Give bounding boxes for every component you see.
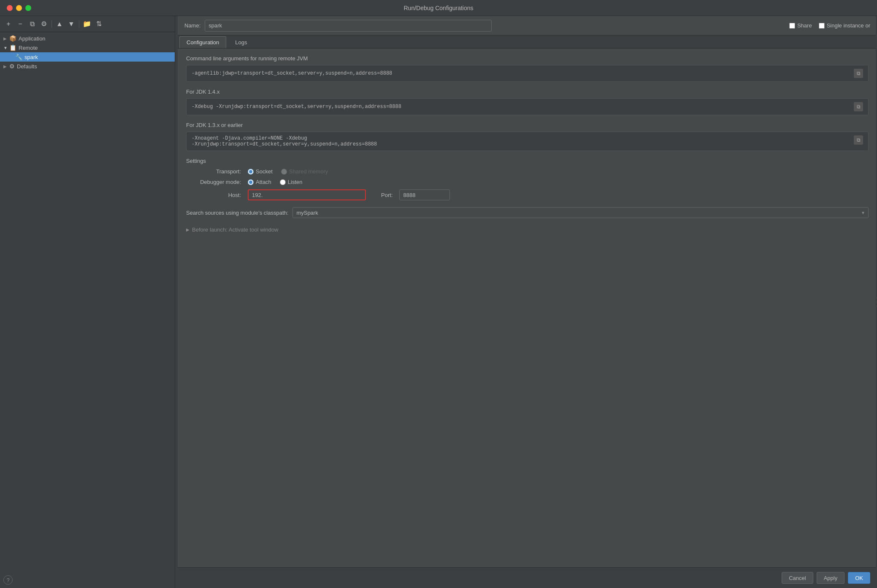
share-check[interactable]: Share (789, 22, 812, 29)
cmd-box-jdk14: -Xdebug -Xrunjdwp:transport=dt_socket,se… (186, 98, 869, 115)
tree-label-application: Application (19, 35, 46, 42)
tree-arrow-remote: ▼ (3, 46, 9, 50)
resizer[interactable] (175, 16, 178, 588)
debugger-attach-radio[interactable] (248, 179, 254, 185)
close-button[interactable] (7, 5, 13, 11)
host-label: Host: (186, 192, 241, 198)
before-launch-arrow-icon: ▶ (186, 227, 189, 232)
tree-label-defaults: Defaults (17, 63, 37, 70)
debugger-mode-row: Debugger mode: Attach Listen (186, 179, 869, 185)
cmd-copy-btn-jdk13[interactable]: ⧉ (854, 135, 863, 145)
tree-item-defaults[interactable]: ▶ ⚙ Defaults (0, 62, 175, 71)
header-options: Share Single instance or (789, 22, 870, 29)
before-launch[interactable]: ▶ Before launch: Activate tool window (186, 227, 869, 233)
folder-button[interactable]: 📁 (82, 19, 92, 29)
debugger-listen-label: Listen (288, 179, 303, 185)
add-button[interactable]: + (3, 19, 14, 29)
remote-icon: 📋 (9, 44, 16, 51)
cmd-text-jdk13: -Xnoagent -Djava.compiler=NONE -Xdebug -… (192, 135, 850, 147)
jdk13-label: For JDK 1.3.x or earlier (186, 122, 869, 128)
ok-button[interactable]: OK (848, 572, 870, 584)
config-content: Command line arguments for running remot… (178, 49, 877, 567)
single-instance-label: Single instance or (827, 22, 870, 29)
debugger-listen-radio[interactable] (280, 179, 286, 185)
debugger-attach-option[interactable]: Attach (248, 179, 271, 185)
settings-title: Settings (186, 158, 869, 164)
title-bar: Run/Debug Configurations (0, 0, 877, 16)
remove-button[interactable]: − (15, 19, 25, 29)
main-layout: + − ⧉ ⚙ ▲ ▼ 📁 ⇅ ▶ 📦 Application ▼ 📋 Remo… (0, 16, 877, 588)
separator (51, 20, 52, 28)
tabs: Configuration Logs (178, 35, 877, 49)
cmd-section-label: Command line arguments for running remot… (186, 55, 869, 62)
window-title: Run/Debug Configurations (404, 5, 474, 11)
tab-configuration[interactable]: Configuration (179, 36, 226, 48)
transport-socket-radio[interactable] (248, 169, 254, 175)
classpath-select-wrapper: mySpark ▼ (292, 207, 869, 218)
before-launch-label: Before launch: Activate tool window (192, 227, 279, 233)
transport-socket-label: Socket (256, 168, 273, 175)
cmd-text-main: -agentlib:jdwp=transport=dt_socket,serve… (192, 70, 850, 76)
transport-label: Transport: (186, 168, 241, 175)
tree: ▶ 📦 Application ▼ 📋 Remote 🔧 spark ▶ ⚙ (0, 32, 175, 572)
port-label: Port: (381, 192, 392, 198)
sidebar: + − ⧉ ⚙ ▲ ▼ 📁 ⇅ ▶ 📦 Application ▼ 📋 Remo… (0, 16, 175, 588)
debugger-attach-label: Attach (256, 179, 271, 185)
name-label: Name: (184, 22, 200, 29)
cmd-box-main: -agentlib:jdwp=transport=dt_socket,serve… (186, 65, 869, 82)
single-instance-check[interactable]: Single instance or (819, 22, 870, 29)
classpath-select[interactable]: mySpark (292, 207, 869, 218)
name-row: Name: Share Single instance or (178, 16, 877, 35)
sort-button[interactable]: ⇅ (94, 19, 104, 29)
maximize-button[interactable] (25, 5, 31, 11)
footer: Cancel Apply OK (178, 567, 877, 588)
debugger-mode-radio-group: Attach Listen (248, 179, 303, 185)
cmd-box-jdk13: -Xnoagent -Djava.compiler=NONE -Xdebug -… (186, 132, 869, 151)
transport-socket-option[interactable]: Socket (248, 168, 273, 175)
cmd-copy-btn-jdk14[interactable]: ⧉ (854, 102, 863, 111)
share-label: Share (797, 22, 812, 29)
sidebar-toolbar: + − ⧉ ⚙ ▲ ▼ 📁 ⇅ (0, 16, 175, 32)
transport-radio-group: Socket Shared memory (248, 168, 328, 175)
tree-item-remote[interactable]: ▼ 📋 Remote (0, 43, 175, 52)
cmd-copy-btn-main[interactable]: ⧉ (854, 69, 863, 78)
transport-shared-memory-radio[interactable] (281, 169, 287, 175)
settings-button[interactable]: ⚙ (39, 19, 49, 29)
classpath-label: Search sources using module's classpath: (186, 210, 288, 216)
application-icon: 📦 (9, 35, 16, 42)
tree-arrow-defaults: ▶ (3, 64, 9, 69)
host-port-row: Host: Port: (186, 189, 869, 200)
host-input[interactable] (248, 189, 366, 200)
debugger-listen-option[interactable]: Listen (280, 179, 303, 185)
content-area: Name: Share Single instance or Configura… (178, 16, 877, 588)
move-up-button[interactable]: ▲ (54, 19, 65, 29)
single-instance-checkbox[interactable] (819, 23, 825, 29)
settings-section: Settings Transport: Socket Shared memory (186, 158, 869, 200)
jdk14-label: For JDK 1.4.x (186, 89, 869, 95)
share-checkbox[interactable] (789, 23, 795, 29)
help-button[interactable]: ? (3, 575, 13, 585)
transport-row: Transport: Socket Shared memory (186, 168, 869, 175)
cmd-text-jdk14: -Xdebug -Xrunjdwp:transport=dt_socket,se… (192, 104, 850, 110)
defaults-icon: ⚙ (9, 63, 15, 70)
name-input[interactable] (205, 20, 492, 32)
move-down-button[interactable]: ▼ (66, 19, 76, 29)
copy-button[interactable]: ⧉ (27, 19, 37, 29)
tree-arrow-application: ▶ (3, 36, 9, 41)
tab-logs[interactable]: Logs (228, 36, 254, 48)
transport-shared-memory-label: Shared memory (289, 168, 328, 175)
debugger-mode-label: Debugger mode: (186, 179, 241, 185)
classpath-row: Search sources using module's classpath:… (186, 207, 869, 218)
tree-item-application[interactable]: ▶ 📦 Application (0, 34, 175, 43)
traffic-lights (7, 5, 31, 11)
spark-icon: 🔧 (15, 54, 22, 60)
apply-button[interactable]: Apply (817, 572, 845, 584)
cancel-button[interactable]: Cancel (782, 572, 813, 584)
tree-item-spark[interactable]: 🔧 spark (0, 52, 175, 62)
sidebar-bottom: ? (0, 572, 175, 588)
port-input[interactable] (399, 189, 450, 200)
tree-label-remote: Remote (19, 45, 38, 51)
transport-shared-memory-option[interactable]: Shared memory (281, 168, 328, 175)
separator2 (79, 20, 79, 28)
minimize-button[interactable] (16, 5, 22, 11)
